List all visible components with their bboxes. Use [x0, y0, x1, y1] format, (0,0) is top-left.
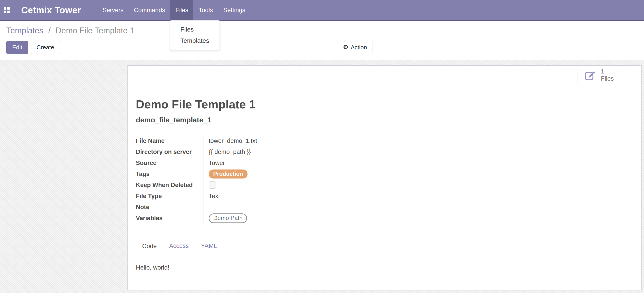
field-value-file-name: tower_demo_1.txt	[204, 135, 384, 146]
menu-item-commands[interactable]: Commands	[128, 0, 170, 20]
breadcrumb: Templates / Demo File Template 1	[6, 26, 134, 35]
form-sheet: 1 Files Demo File Template 1 demo_file_t…	[128, 65, 642, 290]
field-row-tags: Tags Production	[136, 169, 384, 180]
field-value-variables: Demo Path	[204, 213, 384, 224]
breadcrumb-templates-link[interactable]: Templates	[6, 26, 43, 35]
files-dropdown-menu: Files Templates	[170, 20, 220, 50]
record-title: Demo File Template 1	[136, 98, 632, 111]
breadcrumb-separator: /	[48, 26, 50, 35]
menu-item-files[interactable]: Files Files Templates	[170, 0, 194, 20]
field-label-file-name: File Name	[136, 137, 204, 144]
menu-item-files-label: Files	[175, 7, 188, 14]
apps-menu-icon[interactable]	[4, 7, 10, 13]
app-screen: Cetmix Tower Servers Commands Files File…	[0, 0, 644, 293]
field-label-tags: Tags	[136, 171, 204, 178]
field-value-note	[204, 202, 384, 213]
record-reference: demo_file_template_1	[136, 116, 632, 124]
code-tab-content: Hello, world!	[136, 264, 632, 271]
tab-yaml[interactable]: YAML	[195, 238, 224, 254]
breadcrumb-current: Demo File Template 1	[56, 26, 134, 35]
app-brand[interactable]: Cetmix Tower	[21, 5, 81, 15]
control-panel: Templates / Demo File Template 1 Edit Cr…	[0, 21, 644, 60]
files-stat-button[interactable]: 1 Files	[577, 66, 641, 85]
field-value-file-type: Text	[204, 191, 384, 202]
menu-item-tools[interactable]: Tools	[194, 0, 218, 20]
field-value-keep-when-deleted	[204, 180, 384, 191]
field-label-directory: Directory on server	[136, 149, 204, 156]
gear-icon: ⚙	[343, 44, 348, 50]
field-label-source: Source	[136, 160, 204, 167]
stat-text: 1 Files	[601, 68, 614, 82]
sheet-body: Demo File Template 1 demo_file_template_…	[128, 98, 641, 271]
field-value-source: Tower	[204, 158, 384, 169]
sheet-header: 1 Files	[128, 66, 641, 85]
tab-access[interactable]: Access	[163, 238, 195, 254]
field-label-note: Note	[136, 204, 204, 211]
field-value-directory: {{ demo_path }}	[204, 146, 384, 158]
stat-label: Files	[601, 75, 614, 82]
field-row-note: Note	[136, 202, 384, 213]
field-row-directory: Directory on server {{ demo_path }}	[136, 146, 384, 158]
field-row-variables: Variables Demo Path	[136, 213, 384, 224]
field-row-source: Source Tower	[136, 158, 384, 169]
stat-count: 1	[601, 68, 614, 75]
field-row-keep-when-deleted: Keep When Deleted	[136, 180, 384, 191]
content-background: 1 Files Demo File Template 1 demo_file_t…	[0, 60, 644, 293]
dropdown-item-templates[interactable]: Templates	[170, 35, 220, 46]
action-button-label: Action	[351, 44, 367, 51]
top-navbar: Cetmix Tower Servers Commands Files File…	[0, 0, 644, 21]
tab-code[interactable]: Code	[136, 238, 163, 254]
field-label-file-type: File Type	[136, 193, 204, 200]
edit-button[interactable]: Edit	[6, 41, 28, 54]
field-group: File Name tower_demo_1.txt Directory on …	[136, 135, 384, 224]
pencil-square-icon	[585, 70, 595, 80]
field-row-file-type: File Type Text	[136, 191, 384, 202]
menu-item-settings[interactable]: Settings	[218, 0, 250, 20]
field-label-variables: Variables	[136, 215, 204, 222]
field-label-keep-when-deleted: Keep When Deleted	[136, 182, 204, 189]
dropdown-item-files[interactable]: Files	[170, 24, 220, 35]
button-row: Edit Create	[6, 41, 60, 54]
menu-item-servers[interactable]: Servers	[97, 0, 128, 20]
create-button[interactable]: Create	[31, 41, 60, 54]
field-row-file-name: File Name tower_demo_1.txt	[136, 135, 384, 146]
main-menu: Servers Commands Files Files Templates T…	[97, 0, 250, 20]
tag-badge-production: Production	[209, 170, 248, 179]
keep-when-deleted-checkbox	[209, 181, 216, 189]
notebook-tabs: Code Access YAML	[136, 238, 632, 254]
field-value-tags: Production	[204, 169, 384, 180]
action-button[interactable]: ⚙ Action	[337, 41, 373, 54]
variable-pill-demo-path: Demo Path	[209, 213, 247, 223]
